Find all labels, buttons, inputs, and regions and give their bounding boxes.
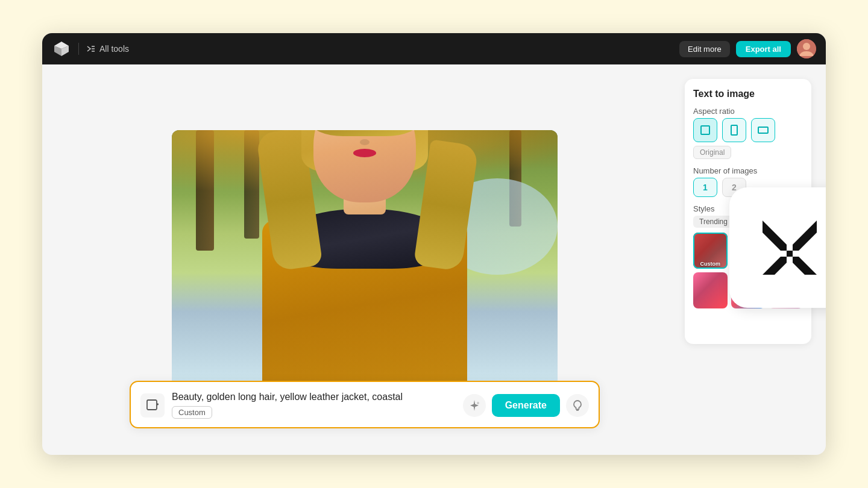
capcut-logo [52, 39, 71, 58]
panel-title: Text to image [693, 89, 803, 99]
header-divider [78, 43, 79, 55]
svg-rect-5 [758, 127, 768, 133]
style-tab-trending[interactable]: Trending [693, 216, 734, 228]
export-all-button[interactable]: Export all [736, 41, 791, 57]
generate-button[interactable]: Generate [492, 394, 560, 417]
svg-point-1 [803, 43, 810, 50]
aspect-landscape-button[interactable] [751, 118, 775, 142]
style-custom-label: Custom [693, 261, 728, 267]
aspect-square-button[interactable] [693, 118, 717, 142]
prompt-content: Beauty, golden long hair, yellow leather… [172, 392, 456, 419]
prompt-text: Beauty, golden long hair, yellow leather… [172, 392, 456, 402]
header-actions: Edit more Export all [679, 39, 816, 58]
svg-rect-2 [147, 400, 157, 410]
aspect-ratio-options [693, 118, 803, 142]
aspect-portrait-button[interactable] [722, 118, 746, 142]
svg-rect-3 [701, 126, 709, 134]
app-window: All tools Edit more Export all [42, 33, 826, 455]
lightbulb-button[interactable] [566, 394, 589, 417]
main-area: Beauty, golden long hair, yellow leather… [42, 64, 826, 455]
num-images-label: Number of images [693, 166, 803, 175]
all-tools-button[interactable]: All tools [86, 44, 129, 54]
canvas-area: Beauty, golden long hair, yellow leather… [57, 79, 673, 440]
header: All tools Edit more Export all [42, 33, 826, 64]
aspect-ratio-label: Aspect ratio [693, 107, 803, 116]
svg-rect-4 [731, 125, 737, 135]
style-item-4[interactable] [693, 272, 728, 308]
aspect-ratio-section: Aspect ratio Original [693, 107, 803, 159]
user-avatar[interactable] [797, 39, 816, 58]
edit-more-button[interactable]: Edit more [679, 41, 730, 57]
prompt-bar: Beauty, golden long hair, yellow leather… [130, 381, 600, 428]
prompt-actions: Generate [463, 394, 589, 417]
image-add-icon[interactable] [140, 393, 165, 418]
generated-image [172, 130, 558, 389]
sparkle-button[interactable] [463, 394, 486, 417]
capcut-logo-overlay [729, 187, 826, 308]
prompt-style-tag[interactable]: Custom [172, 406, 212, 419]
original-aspect-button[interactable]: Original [693, 146, 731, 159]
style-custom[interactable]: Custom [693, 233, 728, 269]
num-1-button[interactable]: 1 [693, 178, 717, 197]
